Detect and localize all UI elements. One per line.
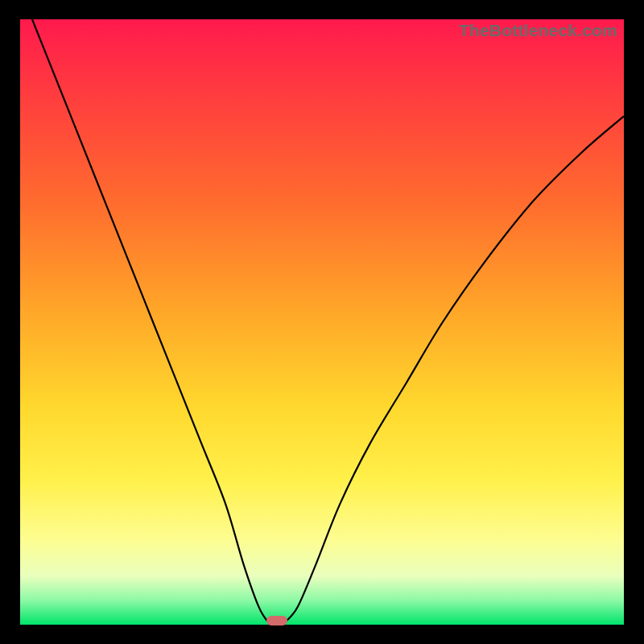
- plot-area: TheBottleneck.com: [20, 19, 624, 625]
- curve-right-branch: [286, 116, 624, 621]
- bottleneck-curve: [20, 19, 624, 625]
- watermark-label: TheBottleneck.com: [459, 21, 617, 40]
- curve-left-branch: [32, 19, 268, 621]
- chart-frame: TheBottleneck.com: [0, 0, 644, 644]
- optimal-marker: [266, 616, 287, 625]
